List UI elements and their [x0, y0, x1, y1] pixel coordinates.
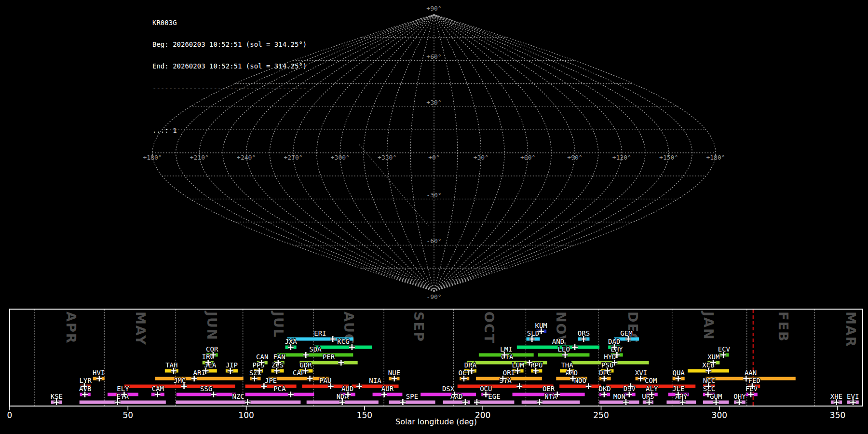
x-axis-tick-label: 200: [475, 410, 490, 420]
latitude-label: -60°: [426, 237, 441, 244]
longitude-label: +240°: [237, 154, 256, 161]
shower-code-label: EGE: [488, 393, 500, 400]
shower-code-label: GDR: [299, 361, 312, 369]
separator-line: --------------------------------------: [152, 84, 307, 92]
end-time-line: End: 20260203 10:52:51 (sol = 314.25°): [152, 63, 307, 70]
shower-peak-marker: [474, 399, 480, 405]
shower-code-label: AAN: [745, 369, 757, 377]
meridian-gridline: [364, 14, 434, 291]
shower-code-label: CAM: [152, 385, 164, 393]
month-label: JAN: [701, 311, 716, 340]
shower-peak-marker: [462, 399, 468, 405]
shower-code-label: DRA: [464, 361, 477, 369]
shower-code-label: LYR: [80, 377, 92, 384]
plot-canvas: +90°-90°+60°+30°-30°-60°+180°+150°+120°+…: [0, 0, 868, 434]
month-label: MAY: [133, 312, 148, 346]
shower-code-label: TAH: [165, 361, 177, 369]
shower-code-label: SLD: [527, 329, 539, 337]
x-axis-tick-label: 50: [122, 410, 133, 420]
shower-bar: [389, 401, 435, 404]
shower-code-label: MON: [613, 393, 625, 400]
shower-code-label: NUE: [388, 369, 400, 377]
shower-code-label: ORI: [503, 369, 515, 377]
shower-peak-marker: [303, 352, 309, 358]
shower-bar: [599, 401, 639, 404]
shower-code-label: PCA: [273, 385, 286, 393]
shower-peak-marker: [307, 376, 313, 381]
shower-code-label: GUM: [710, 393, 722, 400]
shower-code-label: DKD: [598, 385, 610, 393]
shower-code-label: NOO: [574, 377, 586, 384]
shower-code-label: SSG: [200, 385, 212, 393]
x-axis-tick-label: 150: [357, 410, 372, 420]
shower-code-label: NCC: [703, 377, 715, 384]
shower-bar: [420, 393, 476, 396]
radiant-plot-window: +90°-90°+60°+30°-30°-60°+180°+150°+120°+…: [0, 0, 868, 434]
shower-peak-marker: [245, 399, 251, 405]
shower-code-label: RPU: [530, 361, 542, 369]
month-label: SEP: [411, 312, 426, 342]
shower-code-label: GEM: [620, 329, 632, 337]
shower-code-label: OHY: [733, 393, 746, 400]
shower-bar: [155, 377, 244, 380]
shower-code-label: KUM: [535, 322, 547, 329]
meridian-gridline: [434, 14, 551, 291]
shower-code-label: OCU: [480, 385, 492, 393]
shower-bar: [277, 353, 353, 357]
month-label: JUL: [271, 311, 286, 338]
info-header: KR003G Beg: 20260203 10:52:51 (sol = 314…: [152, 5, 307, 149]
month-label: FEB: [776, 312, 791, 342]
shower-bar: [176, 401, 301, 404]
radiant-count-line: ...: 1: [152, 127, 307, 134]
shower-code-label: AUR: [381, 385, 394, 393]
shower-peak-marker: [537, 399, 542, 405]
shower-code-label: PAU: [319, 377, 331, 384]
longitude-label: +150°: [659, 154, 678, 161]
shower-bar: [475, 401, 515, 404]
shower-bar: [80, 401, 166, 404]
longitude-label: +90°: [567, 154, 582, 161]
shower-code-label: ORS: [578, 329, 590, 337]
shower-code-label: QUA: [673, 369, 685, 377]
shower-code-label: SDA: [309, 345, 322, 353]
shower-peak-marker: [338, 360, 344, 366]
x-axis-tick-label: 300: [712, 410, 727, 420]
shower-code-label: FAN: [273, 353, 285, 361]
month-label: APR: [64, 312, 79, 344]
longitude-label: +30°: [474, 154, 488, 161]
shower-code-label: KSE: [51, 393, 63, 400]
shower-code-label: JLE: [672, 385, 684, 393]
meridian-gridline: [434, 14, 716, 291]
shower-bar: [176, 393, 236, 396]
shower-code-label: KCG: [337, 338, 349, 345]
shower-code-label: JPE: [265, 377, 277, 384]
shower-code-label: DSX: [442, 385, 455, 393]
shower-peak-marker: [572, 344, 578, 350]
shower-code-label: THA: [561, 361, 573, 369]
latitude-label: +60°: [426, 53, 441, 60]
shower-code-label: LMI: [500, 345, 512, 353]
shower-bar: [559, 385, 601, 388]
shower-bar: [245, 385, 297, 388]
shower-code-label: FED: [748, 377, 760, 384]
shower-code-label: AND: [552, 338, 564, 345]
shower-code-label: ALY: [646, 385, 658, 393]
meridian-gridline: [434, 14, 528, 291]
longitude-label: +270°: [284, 154, 302, 161]
month-label: JUN: [204, 311, 219, 341]
shower-bar: [245, 393, 314, 396]
shower-code-label: XVI: [635, 369, 647, 377]
shower-code-label: PER: [323, 353, 335, 361]
shower-code-label: ECV: [718, 345, 731, 353]
shower-peak-marker: [330, 336, 336, 342]
shower-code-label: NZC: [232, 393, 244, 400]
latitude-label: -30°: [426, 191, 441, 199]
meridian-gridline: [434, 14, 622, 291]
month-label: OCT: [482, 312, 497, 344]
shower-code-label: HVI: [93, 369, 105, 377]
x-axis-tick-label: 0: [7, 410, 13, 420]
header-gap: [152, 106, 307, 112]
x-axis-title: Solar longitude (deg): [395, 417, 477, 426]
x-axis-tick-label: 100: [238, 410, 254, 420]
x-axis-tick-label: 250: [593, 410, 609, 420]
